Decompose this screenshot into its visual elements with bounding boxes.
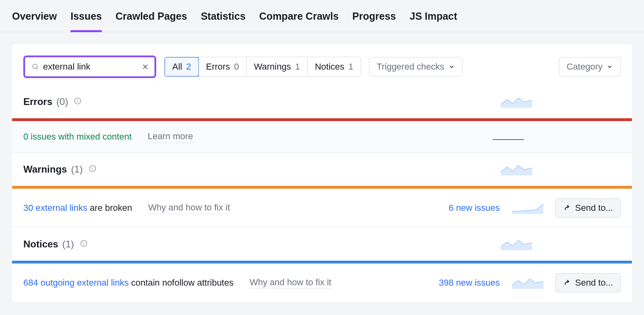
row-broken-links: 30 external links are broken Why and how… (12, 189, 632, 228)
share-arrow-icon (563, 204, 571, 212)
seg-label: All (172, 62, 182, 72)
sparkline (512, 277, 543, 289)
seg-count: 1 (349, 62, 353, 72)
notices-rule (12, 261, 632, 264)
info-icon[interactable] (80, 239, 88, 247)
triggered-checks-dropdown[interactable]: Triggered checks (369, 57, 462, 76)
seg-all[interactable]: All 2 (164, 57, 199, 77)
svg-point-6 (78, 99, 78, 100)
dd-label: Triggered checks (377, 62, 444, 72)
dd-label: Category (567, 62, 603, 72)
chevron-down-icon (607, 64, 613, 70)
seg-label: Errors (206, 62, 230, 72)
seg-notices[interactable]: Notices 1 (308, 57, 361, 76)
issue-link[interactable]: 684 outgoing external links (23, 278, 129, 288)
seg-warnings[interactable]: Warnings 1 (247, 57, 308, 76)
chevron-down-icon (448, 64, 455, 70)
how-to-fix-link[interactable]: Why and how to fix it (250, 277, 331, 289)
section-title: Notices (23, 239, 58, 250)
sparkline-flat (493, 131, 524, 143)
tab-compare-crawls[interactable]: Compare Crawls (259, 10, 339, 32)
seg-count: 2 (186, 62, 191, 72)
section-count: (0) (56, 96, 68, 107)
svg-point-0 (33, 64, 37, 68)
issue-text: 30 external links are broken (23, 203, 132, 213)
issue-text: 0 issues with mixed content (23, 132, 132, 142)
tab-statistics[interactable]: Statistics (201, 10, 246, 32)
issue-link[interactable]: 30 external links (23, 203, 87, 213)
issue-text: 684 outgoing external links contain nofo… (23, 278, 233, 288)
tab-progress[interactable]: Progress (352, 10, 396, 32)
how-to-fix-link[interactable]: Why and how to fix it (148, 202, 230, 214)
section-errors-header: Errors (0) (12, 85, 632, 118)
button-label: Send to... (575, 278, 613, 288)
section-title: Warnings (23, 164, 67, 175)
clear-search-icon[interactable] (142, 63, 149, 70)
issue-rest: are broken (87, 203, 132, 213)
section-notices-header: Notices (1) (12, 228, 632, 261)
issues-card: All 2 Errors 0 Warnings 1 Notices 1 Trig… (12, 44, 632, 302)
section-warnings-header: Warnings (1) (12, 153, 632, 186)
send-to-button[interactable]: Send to... (555, 198, 621, 218)
seg-label: Warnings (254, 62, 291, 72)
seg-count: 1 (295, 62, 300, 72)
section-count: (1) (62, 239, 74, 250)
top-tabs: Overview Issues Crawled Pages Statistics… (0, 0, 644, 32)
warnings-rule (12, 186, 632, 189)
row-nofollow: 684 outgoing external links contain nofo… (12, 264, 632, 302)
row-mixed-content: 0 issues with mixed content Learn more (12, 121, 632, 153)
seg-label: Notices (315, 62, 344, 72)
seg-errors[interactable]: Errors 0 (199, 57, 247, 76)
category-dropdown[interactable]: Category (559, 57, 621, 76)
search-box (23, 56, 156, 78)
svg-point-13 (83, 242, 84, 243)
severity-segment: All 2 Errors 0 Warnings 1 Notices 1 (164, 57, 361, 77)
tab-crawled-pages[interactable]: Crawled Pages (116, 10, 187, 32)
search-input[interactable] (42, 61, 137, 72)
filter-bar: All 2 Errors 0 Warnings 1 Notices 1 Trig… (12, 44, 632, 85)
seg-count: 0 (234, 62, 239, 72)
errors-rule (12, 118, 632, 121)
tab-js-impact[interactable]: JS Impact (410, 10, 457, 32)
button-label: Send to... (575, 203, 613, 213)
learn-more-link[interactable]: Learn more (148, 131, 193, 143)
svg-line-1 (37, 68, 38, 70)
section-title: Errors (23, 96, 52, 107)
svg-point-10 (92, 167, 93, 168)
tab-issues[interactable]: Issues (70, 10, 102, 32)
sparkline (501, 163, 532, 175)
info-icon[interactable] (89, 165, 97, 173)
sparkline (501, 96, 532, 108)
sparkline (512, 202, 543, 214)
sparkline (501, 238, 532, 250)
new-issues[interactable]: 6 new issues (449, 203, 500, 213)
info-icon[interactable] (74, 97, 82, 105)
send-to-button[interactable]: Send to... (555, 273, 621, 292)
tab-overview[interactable]: Overview (12, 10, 57, 32)
share-arrow-icon (563, 279, 571, 287)
issue-rest: contain nofollow attributes (129, 278, 234, 288)
new-issues[interactable]: 398 new issues (439, 278, 500, 288)
search-icon (31, 63, 39, 71)
section-count: (1) (71, 164, 83, 175)
